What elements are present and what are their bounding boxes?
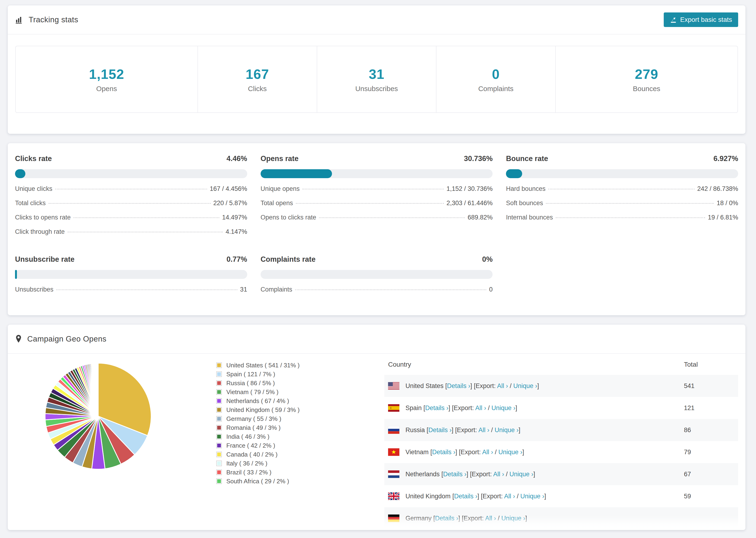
rate-card-title: Unsubscribe rate bbox=[15, 255, 75, 264]
export-all-link[interactable]: All › bbox=[504, 493, 515, 500]
complaints-rate-card: Complaints rate0%Complaints0 bbox=[261, 254, 493, 293]
country-column-header: Country bbox=[388, 361, 684, 368]
legend-item-canada[interactable]: Canada ( 40 / 2% ) bbox=[216, 450, 366, 459]
rate-detail-label: Hard bounces bbox=[506, 185, 545, 192]
legend-item-romania[interactable]: Romania ( 49 / 3% ) bbox=[216, 423, 366, 432]
rate-detail-value: 689.82% bbox=[468, 214, 493, 221]
dotted-leader bbox=[548, 189, 694, 189]
flag-es-icon bbox=[388, 404, 399, 412]
rate-progress-track bbox=[261, 270, 493, 279]
legend-swatch-icon bbox=[216, 452, 222, 457]
export-unique-link[interactable]: Unique › bbox=[499, 449, 522, 456]
legend-item-germany[interactable]: Germany ( 55 / 3% ) bbox=[216, 414, 366, 423]
details-link[interactable]: Details › bbox=[428, 426, 452, 434]
country-text: Vietnam [Details ›] [Export: All › / Uni… bbox=[405, 449, 524, 456]
legend-swatch-icon bbox=[216, 407, 222, 413]
export-unique-link[interactable]: Unique › bbox=[501, 515, 525, 522]
stat-value: 1,152 bbox=[89, 66, 124, 82]
details-link[interactable]: Details › bbox=[432, 449, 456, 456]
dotted-leader bbox=[74, 217, 219, 218]
export-basic-stats-button[interactable]: Export basic stats bbox=[664, 13, 738, 27]
country-name: United States bbox=[405, 382, 444, 389]
legend-item-united-states[interactable]: United States ( 541 / 31% ) bbox=[216, 361, 366, 370]
details-link[interactable]: Details › bbox=[435, 515, 458, 522]
legend-label: France ( 42 / 2% ) bbox=[226, 442, 275, 449]
rate-detail-row: Soft bounces18 / 0% bbox=[506, 199, 738, 207]
rate-detail-row: Hard bounces242 / 86.738% bbox=[506, 185, 738, 192]
rate-detail-row: Total clicks220 / 5.87% bbox=[15, 199, 247, 207]
rate-detail-value: 242 / 86.738% bbox=[697, 185, 738, 192]
rate-detail-value: 18 / 0% bbox=[717, 199, 738, 207]
export-all-link[interactable]: All › bbox=[478, 426, 490, 434]
rate-detail-row: Total opens2,303 / 61.446% bbox=[261, 199, 493, 207]
legend-item-india[interactable]: India ( 46 / 3% ) bbox=[216, 432, 366, 441]
dotted-leader bbox=[296, 203, 444, 204]
export-unique-link[interactable]: Unique › bbox=[491, 404, 515, 411]
legend-item-russia[interactable]: Russia ( 86 / 5% ) bbox=[216, 379, 366, 388]
legend-item-italy[interactable]: Italy ( 36 / 2% ) bbox=[216, 459, 366, 468]
legend-item-netherlands[interactable]: Netherlands ( 67 / 4% ) bbox=[216, 397, 366, 405]
export-unique-link[interactable]: Unique › bbox=[495, 426, 519, 434]
legend-swatch-icon bbox=[216, 460, 222, 466]
rate-detail-row: Opens to clicks rate689.82% bbox=[261, 214, 493, 221]
rate-card-value: 4.46% bbox=[227, 154, 247, 163]
total-value: 121 bbox=[684, 404, 738, 412]
legend-label: Russia ( 86 / 5% ) bbox=[226, 380, 275, 387]
details-link[interactable]: Details › bbox=[425, 404, 449, 411]
export-all-link[interactable]: All › bbox=[482, 449, 493, 456]
tracking-stats-header: Tracking stats Export basic stats bbox=[8, 5, 745, 34]
rate-detail-label: Unsubscribes bbox=[15, 286, 54, 293]
details-link[interactable]: Details › bbox=[443, 471, 466, 478]
export-all-link[interactable]: All › bbox=[493, 471, 504, 478]
geo-header: Campaign Geo Opens bbox=[8, 325, 745, 354]
legend-swatch-icon bbox=[216, 362, 222, 368]
legend-label: Netherlands ( 67 / 4% ) bbox=[226, 398, 289, 405]
stat-unsubscribes: 31Unsubscribes bbox=[317, 46, 436, 112]
legend-item-south-africa[interactable]: South Africa ( 29 / 2% ) bbox=[216, 477, 366, 486]
legend-item-spain[interactable]: Spain ( 121 / 7% ) bbox=[216, 370, 366, 379]
rate-progress-track bbox=[15, 169, 247, 178]
export-all-link[interactable]: All › bbox=[475, 404, 486, 411]
country-text: Netherlands [Details ›] [Export: All › /… bbox=[405, 471, 535, 478]
export-all-link[interactable]: All › bbox=[497, 382, 508, 389]
country-name: Russia bbox=[405, 426, 425, 434]
map-pin-icon bbox=[15, 335, 22, 344]
flag-us-icon bbox=[388, 382, 399, 390]
legend-item-france[interactable]: France ( 42 / 2% ) bbox=[216, 441, 366, 450]
export-all-link[interactable]: All › bbox=[485, 515, 496, 522]
stats-summary-box: 1,152Opens167Clicks31Unsubscribes0Compla… bbox=[15, 46, 738, 113]
geo-body: United States ( 541 / 31% )Spain ( 121 /… bbox=[8, 354, 745, 529]
rate-card-value: 0.77% bbox=[227, 255, 247, 264]
legend-label: United States ( 541 / 31% ) bbox=[226, 362, 299, 369]
tracking-stats-title: Tracking stats bbox=[15, 15, 78, 24]
rate-detail-row: Unique clicks167 / 4.456% bbox=[15, 185, 247, 192]
stat-complaints: 0Complaints bbox=[436, 46, 555, 112]
table-row-gb: United Kingdom [Details ›] [Export: All … bbox=[384, 485, 738, 507]
dotted-leader bbox=[56, 290, 237, 290]
legend-label: Vietnam ( 79 / 5% ) bbox=[226, 389, 279, 396]
rates-panel: Clicks rate4.46%Unique clicks167 / 4.456… bbox=[8, 143, 745, 315]
dotted-leader bbox=[68, 232, 223, 232]
stat-value: 31 bbox=[369, 66, 385, 82]
export-unique-link[interactable]: Unique › bbox=[520, 493, 544, 500]
rate-detail-row: Unsubscribes31 bbox=[15, 286, 247, 293]
legend-item-brazil[interactable]: Brazil ( 33 / 2% ) bbox=[216, 468, 366, 477]
rate-progress-track bbox=[506, 169, 738, 178]
rate-detail-label: Internal bounces bbox=[506, 214, 553, 221]
dotted-leader bbox=[546, 203, 714, 204]
legend-item-united-kingdom[interactable]: United Kingdom ( 59 / 3% ) bbox=[216, 405, 366, 414]
details-link[interactable]: Details › bbox=[454, 493, 477, 500]
rate-detail-value: 2,303 / 61.446% bbox=[447, 199, 493, 207]
pie-svg bbox=[44, 362, 152, 470]
country-text: United Kingdom [Details ›] [Export: All … bbox=[405, 493, 546, 500]
table-row-nl: Netherlands [Details ›] [Export: All › /… bbox=[384, 463, 738, 485]
stat-label: Opens bbox=[96, 85, 117, 93]
details-link[interactable]: Details › bbox=[447, 382, 470, 389]
stat-label: Bounces bbox=[633, 85, 661, 93]
country-name: Spain bbox=[405, 404, 422, 411]
export-unique-link[interactable]: Unique › bbox=[513, 382, 537, 389]
legend-item-vietnam[interactable]: Vietnam ( 79 / 5% ) bbox=[216, 388, 366, 397]
rate-card-title: Complaints rate bbox=[261, 255, 315, 264]
rate-detail-row: Complaints0 bbox=[261, 286, 493, 293]
export-unique-link[interactable]: Unique › bbox=[510, 471, 533, 478]
